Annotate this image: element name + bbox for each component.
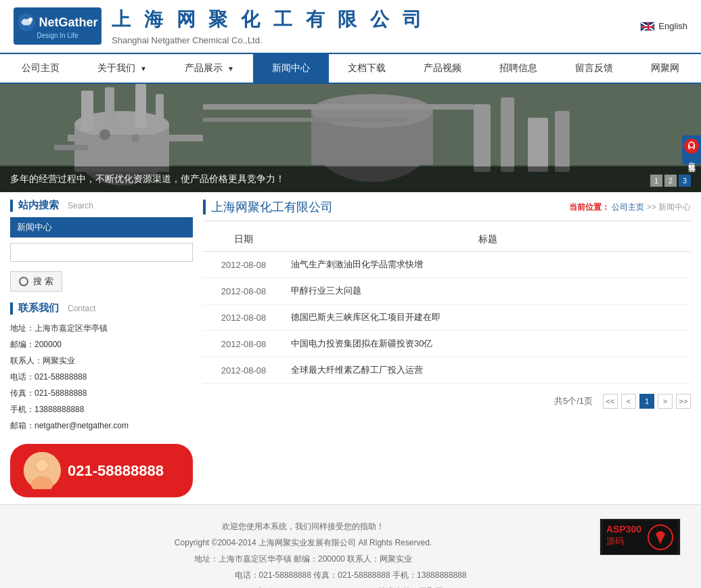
page-last[interactable]: >>: [676, 394, 691, 409]
header: NetGather Design In Life 上 海 网 聚 化 工 有 限…: [0, 0, 701, 53]
main-content: 站内搜索 Search 新闻中心 搜 索 联系我们 Contact 地址：上海市…: [0, 192, 701, 504]
footer-logo: ASP300 源码: [600, 518, 681, 556]
nav-item-netgather[interactable]: 网聚网: [632, 54, 698, 83]
col-title: 标题: [284, 228, 691, 252]
table-header: 日期 标题: [203, 228, 691, 252]
footer-welcome: 欢迎您使用本系统，我们同样接受您的指助！: [7, 518, 694, 535]
news-date: 2012-08-08: [203, 278, 284, 304]
news-list: 2012-08-08 油气生产刺激油田化学品需求快增 2012-08-08 甲醇…: [203, 252, 691, 384]
avatar-svg: [24, 452, 61, 489]
footer-copyright: Copyright ©2004-2014 上海网聚实业发展有限公司 All Ri…: [7, 535, 694, 551]
svg-text:源码: 源码: [606, 536, 624, 546]
flag-icon: [640, 22, 655, 31]
nav-item-recruit[interactable]: 招聘信息: [480, 54, 556, 83]
lang-label: English: [658, 21, 687, 31]
language-switcher[interactable]: English: [640, 21, 687, 31]
page-next[interactable]: >: [658, 394, 673, 409]
side-float-label: 在线客服: [687, 156, 697, 161]
banner-dot-1[interactable]: 1: [650, 175, 662, 187]
page-title: 上海网聚化工有限公司: [211, 199, 333, 215]
page-current[interactable]: 1: [639, 394, 654, 409]
content-header: 上海网聚化工有限公司 当前位置： 公司主页 >> 新闻中心: [203, 199, 691, 221]
search-section: 站内搜索 Search 新闻中心 搜 索: [10, 199, 193, 292]
search-input[interactable]: [10, 243, 193, 262]
page-first[interactable]: <<: [603, 394, 618, 409]
banner: 多年的经营过程中，不断优化资源渠道，使产品价格更具竞争力！ 1 2 3: [0, 84, 701, 192]
contact-person: 联系人：网聚实业: [10, 353, 193, 369]
company-en: Shanghai Netgather Chemical Co.,Ltd.: [112, 35, 426, 45]
news-title[interactable]: 油气生产刺激油田化学品需求快增: [284, 252, 691, 278]
logo-area: NetGather Design In Life 上 海 网 聚 化 工 有 限…: [14, 7, 426, 45]
search-button[interactable]: 搜 索: [10, 271, 62, 292]
news-table: 日期 标题 2012-08-08 油气生产刺激油田化学品需求快增 2012-08…: [203, 228, 691, 384]
breadcrumb-home[interactable]: 公司主页: [612, 202, 644, 212]
title-bar-decoration: [10, 200, 13, 212]
nav-item-docs[interactable]: 文档下载: [329, 54, 405, 83]
nav-item-video[interactable]: 产品视频: [405, 54, 480, 83]
nav-list: 公司主页 关于我们 ▼ 产品展示 ▼ 新闻中心 文档下载 产品视频 招聘信息 留…: [0, 54, 701, 83]
pagination-total: 共5个/1页: [554, 395, 593, 407]
col-date: 日期: [203, 228, 284, 252]
nav-item-home[interactable]: 公司主页: [3, 54, 78, 83]
category-label: 新闻中心: [10, 217, 193, 238]
logo: NetGather Design In Life: [14, 7, 101, 45]
footer-text: 欢迎您使用本系统，我们同样接受您的指助！ Copyright ©2004-201…: [7, 518, 694, 588]
nav-item-news[interactable]: 新闻中心: [253, 54, 329, 83]
arrow-icon: ▼: [140, 65, 147, 72]
contact-email: 邮箱：netgather@netgather.com: [10, 417, 193, 434]
news-title[interactable]: 甲醇行业三大问题: [284, 278, 691, 304]
news-title[interactable]: 中国电力投资集团拟在新疆投资30亿: [284, 331, 691, 357]
news-date: 2012-08-08: [203, 357, 284, 384]
company-zh: 上 海 网 聚 化 工 有 限 公 司: [112, 7, 426, 32]
side-float-button[interactable]: 在线客服: [682, 135, 701, 164]
news-date: 2012-08-08: [203, 252, 284, 278]
table-row: 2012-08-08 德国巴斯夫三峡库区化工项目开建在即: [203, 304, 691, 331]
news-date: 2012-08-08: [203, 304, 284, 331]
banner-dot-3[interactable]: 3: [679, 175, 691, 187]
table-row: 2012-08-08 全球最大纤维素乙醇工厂投入运营: [203, 357, 691, 384]
main-nav: 公司主页 关于我们 ▼ 产品展示 ▼ 新闻中心 文档下载 产品视频 招聘信息 留…: [0, 53, 701, 84]
contact-info: 地址：上海市嘉定区华亭镇 邮编：200000 联系人：网聚实业 电话：021-5…: [10, 320, 193, 434]
contact-title: 联系我们 Contact: [10, 302, 193, 315]
svg-point-40: [689, 142, 694, 148]
company-name: 上 海 网 聚 化 工 有 限 公 司 Shanghai Netgather C…: [112, 7, 426, 45]
nav-item-feedback[interactable]: 留言反馈: [556, 54, 632, 83]
title-line: [203, 200, 206, 214]
svg-point-35: [36, 459, 48, 472]
nav-item-about[interactable]: 关于我们 ▼: [78, 54, 166, 83]
contact-address: 地址：上海市嘉定区华亭镇: [10, 320, 193, 336]
news-title[interactable]: 德国巴斯夫三峡库区化工项目开建在即: [284, 304, 691, 331]
table-row: 2012-08-08 中国电力投资集团拟在新疆投资30亿: [203, 331, 691, 357]
contact-section: 联系我们 Contact 地址：上海市嘉定区华亭镇 邮编：200000 联系人：…: [10, 302, 193, 497]
logo-sub: Design In Life: [37, 32, 78, 39]
search-icon: [19, 277, 28, 286]
hotline-number: 021-58888888: [68, 462, 164, 480]
logo-bird-icon: [17, 13, 36, 32]
logo-text: NetGather: [39, 16, 97, 30]
footer: ASP300 源码 欢迎您使用本系统，我们同样接受您的指助！ Copyright…: [0, 504, 701, 588]
footer-phone: 电话：021-58888888 传真：021-58888888 手机：13888…: [7, 567, 694, 583]
online-service-icon: [684, 139, 699, 154]
contact-phone: 电话：021-58888888: [10, 369, 193, 385]
footer-address: 地址：上海市嘉定区华亭镇 邮编：200000 联系人：网聚实业: [7, 551, 694, 567]
pagination: 共5个/1页 << < 1 > >>: [203, 394, 691, 409]
table-row: 2012-08-08 油气生产刺激油田化学品需求快增: [203, 252, 691, 278]
content-title-bar: 上海网聚化工有限公司: [203, 199, 333, 215]
contact-fax: 传真：021-58888888: [10, 385, 193, 401]
news-title[interactable]: 全球最大纤维素乙醇工厂投入运营: [284, 357, 691, 384]
banner-caption: 多年的经营过程中，不断优化资源渠道，使产品价格更具竞争力！: [0, 166, 701, 192]
nav-item-products[interactable]: 产品展示 ▼: [166, 54, 253, 83]
news-date: 2012-08-08: [203, 331, 284, 357]
arrow-icon: ▼: [227, 65, 234, 72]
page-prev[interactable]: <: [621, 394, 636, 409]
footer-email: 邮箱：netgather@netgather.com 技术支持：网聚网: [7, 583, 694, 588]
contact-mobile: 手机：13888888888: [10, 401, 193, 417]
banner-dot-2[interactable]: 2: [664, 175, 677, 187]
contact-postcode: 邮编：200000: [10, 336, 193, 353]
footer-logo-svg: ASP300 源码: [603, 520, 677, 554]
search-title: 站内搜索 Search: [10, 199, 193, 212]
sidebar: 站内搜索 Search 新闻中心 搜 索 联系我们 Contact 地址：上海市…: [10, 199, 193, 497]
banner-dots[interactable]: 1 2 3: [650, 175, 691, 187]
phone-hotline-banner: 021-58888888: [10, 444, 193, 497]
svg-point-1: [28, 18, 32, 22]
